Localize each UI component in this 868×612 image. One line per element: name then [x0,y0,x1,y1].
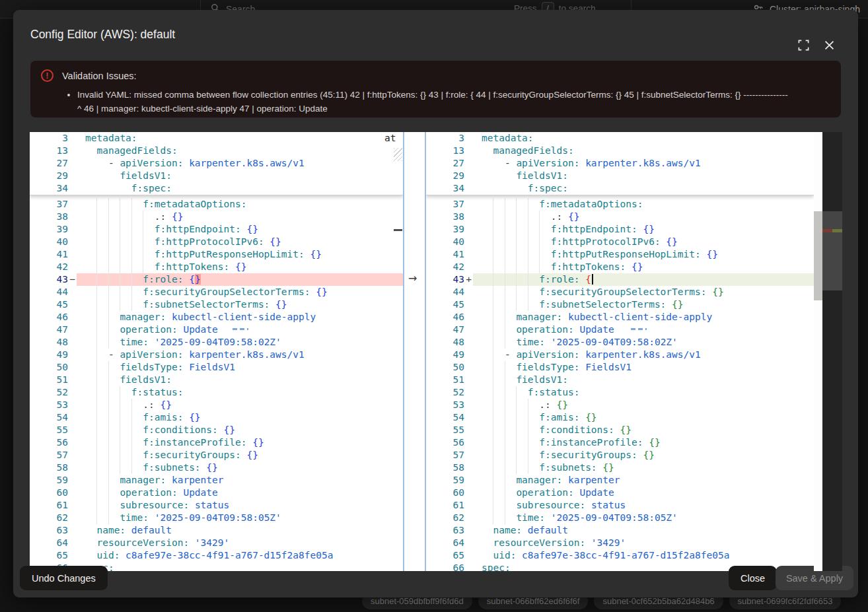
code-line[interactable]: 13managedFields: [426,145,814,157]
code-line[interactable]: 62time: '2025-09-04T09:58:05Z' [426,512,814,524]
indent-guide [96,386,97,399]
code-line[interactable]: 45f:subnetSelectorTerms: {} [426,298,814,311]
line-number: 41 [30,248,68,261]
code-line[interactable]: 64resourceVersion: '3429' [30,537,403,549]
diff-overview-ruler[interactable] [822,132,842,571]
code-line[interactable]: 53.: {} [426,399,814,411]
indent-guide [108,261,109,273]
line-number: 53 [426,399,464,411]
code-line[interactable]: 48time: '2025-09-04T09:58:02Z' [426,336,814,349]
code-line[interactable]: 51fieldsV1: [30,374,403,386]
line-number: 49 [426,349,464,361]
close-dialog-button[interactable]: Close [729,566,777,590]
code-line[interactable]: 61subresource: status [30,499,403,512]
indent-guide [505,311,505,323]
code-line[interactable]: 47operation: Update [30,323,403,336]
code-line[interactable]: 65uid: c8afe97e-38cc-4f91-a767-d15f2a8fe… [426,549,814,562]
indent-guide [528,411,528,424]
code-line[interactable]: 50fieldsType: FieldsV1 [426,361,814,374]
indent-guide [505,512,505,524]
diff-modified-pane[interactable]: 3metadata:13managedFields:27- apiVersion… [426,132,814,571]
code-line[interactable]: 54f:amis: {} [30,411,403,424]
code-line[interactable]: 53.: {} [30,399,403,411]
code-line[interactable]: 39f:httpEndpoint: {} [426,223,814,236]
code-line[interactable]: 57f:securityGroups: {} [426,449,814,461]
indent-guide [108,248,109,261]
code-line[interactable]: 38.: {} [30,211,403,223]
code-line[interactable]: 29fieldsV1: [426,170,814,182]
revert-change-arrow[interactable]: → [408,272,417,285]
line-number: 65 [426,549,464,562]
code-line[interactable]: 63name: default [30,524,403,537]
code-line[interactable]: 50fieldsType: FieldsV1 [30,361,403,374]
code-line[interactable]: 54f:amis: {} [426,411,814,424]
code-line[interactable]: 27- apiVersion: karpenter.k8s.aws/v1 [426,157,814,170]
code-line[interactable]: 29fieldsV1: [30,170,403,182]
code-line[interactable]: 56f:instanceProfile: {} [426,436,814,449]
code-line[interactable]: 41f:httpPutResponseHopLimit: {} [30,248,403,261]
code-line[interactable]: 59manager: karpenter [426,474,814,487]
code-line[interactable]: 46manager: kubectl-client-side-apply [426,311,814,323]
code-line[interactable]: 58f:subnets: {} [426,461,814,474]
indent-guide [131,298,132,311]
code-line[interactable]: 60operation: Update [30,487,403,499]
code-line[interactable]: 27- apiVersion: karpenter.k8s.aws/v1 [30,157,403,170]
scrollbar-slider[interactable] [814,211,822,300]
overview-slider[interactable] [822,211,842,290]
undo-changes-button[interactable]: Undo Changes [20,566,108,590]
code-line[interactable]: 59manager: karpenter [30,474,403,487]
indent-guide [108,424,109,436]
collapsed-context-right[interactable]: 3metadata:13managedFields:27- apiVersion… [426,132,814,195]
code-line[interactable]: 40f:httpProtocolIPv6: {} [30,236,403,248]
code-line[interactable]: 65uid: c8afe97e-38cc-4f91-a767-d15f2a8fe… [30,549,403,562]
code-line[interactable]: 13managedFields: [30,145,403,157]
code-line[interactable]: 60operation: Update [426,487,814,499]
code-line[interactable]: 42f:httpTokens: {} [30,261,403,273]
code-line[interactable]: 40f:httpProtocolIPv6: {} [426,236,814,248]
diff-original-pane[interactable]: at 3metadata:13managedFields:27- apiVers… [30,132,403,571]
line-number: 37 [426,198,464,211]
code-line[interactable]: 57f:securityGroups: {} [30,449,403,461]
code-line[interactable]: 46manager: kubectl-client-side-apply [30,311,403,323]
code-line[interactable]: 56f:instanceProfile: {} [30,436,403,449]
close-button[interactable] [822,38,836,52]
code-line[interactable]: 44f:securityGroupSelectorTerms: {} [426,286,814,298]
code-line[interactable]: 55f:conditions: {} [426,424,814,436]
code-line[interactable]: 34f:spec: [426,182,814,195]
code-line[interactable]: 44f:securityGroupSelectorTerms: {} [30,286,403,298]
collapsed-context-left[interactable]: at 3metadata:13managedFields:27- apiVers… [30,132,403,195]
code-line[interactable]: 49- apiVersion: karpenter.k8s.aws/v1 [30,349,403,361]
code-line[interactable]: 63name: default [426,524,814,537]
editor-scrollbar[interactable] [814,132,822,571]
code-line[interactable]: 62time: '2025-09-04T09:58:05Z' [30,512,403,524]
code-line[interactable]: 58f:subnets: {} [30,461,403,474]
diff-marker [464,537,473,549]
code-line[interactable]: 43+f:role: { [426,273,814,286]
code-line[interactable]: 37f:metadataOptions: [30,198,403,211]
code-line[interactable]: 41f:httpPutResponseHopLimit: {} [426,248,814,261]
code-line[interactable]: 52f:status: [30,386,403,399]
code-line[interactable]: 3metadata: [30,132,403,145]
code-line[interactable]: 39f:httpEndpoint: {} [30,223,403,236]
code-line[interactable]: 42f:httpTokens: {} [426,261,814,273]
code-line[interactable]: 34f:spec: [30,182,403,195]
code-line[interactable]: 64resourceVersion: '3429' [426,537,814,549]
code-line[interactable]: 52f:status: [426,386,814,399]
code-line[interactable]: 43−f:role: {} [30,273,403,286]
fullscreen-button[interactable] [796,38,811,52]
code-line[interactable]: 3metadata: [426,132,814,145]
code-line[interactable]: 47operation: Update [426,323,814,336]
indent-guide [131,236,132,248]
code-line[interactable]: 61subresource: status [426,499,814,512]
code-line[interactable]: 38.: {} [426,211,814,223]
code-line[interactable]: 51fieldsV1: [426,374,814,386]
code-line[interactable]: 45f:subnetSelectorTerms: {} [30,298,403,311]
code-line[interactable]: 55f:conditions: {} [30,424,403,436]
code-line[interactable]: 37f:metadataOptions: [426,198,814,211]
diff-splitter[interactable]: → [403,132,426,571]
indent-guide [131,461,132,474]
code-line[interactable]: 49- apiVersion: karpenter.k8s.aws/v1 [426,349,814,361]
code-line[interactable]: 48time: '2025-09-04T09:58:02Z' [30,336,403,349]
diff-marker [464,223,473,236]
indent-guide [505,461,505,474]
